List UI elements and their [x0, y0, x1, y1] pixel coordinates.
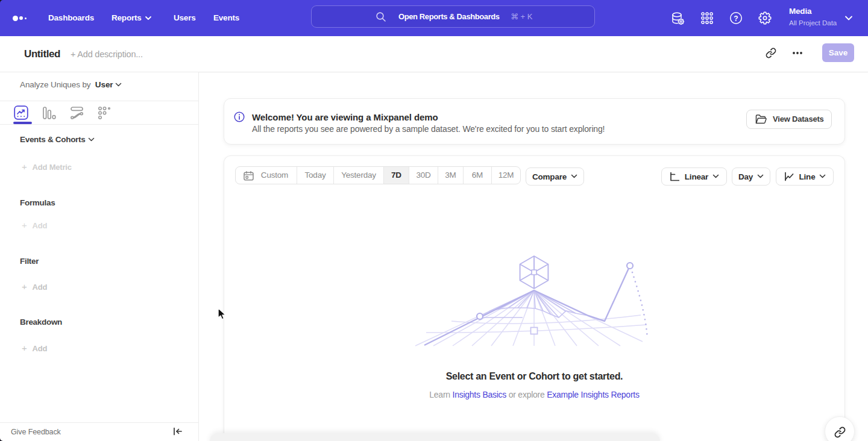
- svg-text:?: ?: [734, 14, 738, 23]
